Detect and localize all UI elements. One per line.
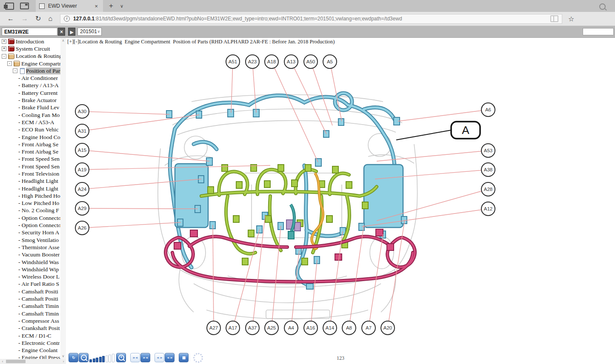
tree-item-label[interactable]: - Front Speed Sen [18,156,60,162]
tree-item-label[interactable]: - Camshaft Positi [18,296,58,302]
tree-item-label[interactable]: - Front Airbag Se [18,148,58,155]
collapse-icon[interactable]: - [13,68,17,73]
callout-A7[interactable]: A7 [362,321,375,335]
tree-item[interactable]: - ECM / D1-C [0,332,66,339]
tree-item-label[interactable]: - Option Connecto [18,215,61,222]
callout-A26[interactable]: A26 [75,221,89,235]
next-page-button[interactable]: « » [165,353,174,362]
tree-item-label[interactable]: - Camshaft Positi [18,288,58,295]
tree-item[interactable]: - Windshield Was [0,259,66,266]
tree-item-label[interactable]: - No. 2 Cooling F [18,207,59,214]
back-button[interactable]: ← [7,15,14,22]
scroll-down-icon[interactable]: ∨ [60,353,66,359]
tree-item[interactable]: - Air Fuel Ratio S [0,281,66,288]
tree-item-label[interactable]: - High Pitched Ho [18,193,60,199]
tree-item-label[interactable]: - Front Television [18,171,59,177]
callout-A18[interactable]: A18 [265,55,278,68]
tree-item-label[interactable]: - Brake Actuator [18,97,57,104]
collapse-icon[interactable]: - [2,54,6,59]
tree-item-label[interactable]: - Windshield Was [18,259,59,266]
callout-A17[interactable]: A17 [226,321,240,335]
tree-item[interactable]: - ECO Run Vehic [0,126,66,134]
tree-item-label[interactable]: - Headlight Light [18,178,58,185]
url-text[interactable]: 127.0.0.1:81/td/td3ewd/pgm/standaloneEWD… [73,16,402,22]
callout-A53[interactable]: A53 [481,144,495,157]
expand-icon[interactable]: + [2,46,6,51]
address-bar[interactable]: i 127.0.0.1:81/td/td3ewd/pgm/standaloneE… [60,14,562,24]
prev-page-button[interactable]: « » [154,353,164,362]
tree-item-label[interactable]: - Camshaft Timin [18,303,59,310]
tree-item[interactable]: - ECM / A53-A [0,119,66,126]
tree-item[interactable]: - Camshaft Timin [0,303,66,310]
zoom-in-button[interactable]: + [116,353,126,362]
tree-item[interactable]: - Engine Coolant [0,347,66,354]
tree-item[interactable]: - Option Connecto [0,214,66,222]
scroll-right-icon[interactable]: › [61,359,66,364]
tree-item[interactable]: - Headlight Light [0,185,66,192]
tree-item-label[interactable]: - Brake Fluid Lev [18,104,59,111]
callout-A31[interactable]: A31 [75,124,89,138]
tree-item[interactable]: - Air Conditioner [0,74,66,82]
scroll-up-icon[interactable]: ∧ [60,38,66,43]
tree-item[interactable]: - Smog Ventilatio [0,236,66,244]
tree-item-label[interactable]: System Circuit [16,46,50,52]
tree-item-label[interactable]: Location & Routing [16,53,62,60]
tree-item[interactable]: - Front Television [0,170,66,177]
tree-item[interactable]: - Brake Fluid Lev [0,104,66,111]
tree-item[interactable]: - Windshield Wip [0,266,66,273]
browser-tab[interactable]: EWD Viewer × [36,0,103,12]
tree-item[interactable]: - Brake Actuator [0,97,66,104]
callout-A19[interactable]: A19 [75,163,89,176]
tree-item[interactable]: - Camshaft Timin [0,310,66,317]
callout-A28[interactable]: A28 [481,182,495,196]
prev-match-button[interactable]: » « [130,353,140,362]
callout-A15[interactable]: A15 [75,143,89,157]
callout-A30[interactable]: A30 [75,105,89,118]
callout-A14[interactable]: A14 [323,321,337,335]
tree-item[interactable]: - Battery / A13-A [0,82,66,89]
tree-item-label[interactable]: - Compressor Ass [18,318,59,324]
tree-item[interactable]: - Security Horn A [0,229,66,236]
tree-item-label[interactable]: - Engine Hood Co [18,134,60,141]
callout-A50[interactable]: A50 [304,55,318,68]
search-field[interactable] [583,28,614,35]
refresh-button[interactable]: ↻ [35,15,41,22]
tree-item[interactable]: - Engine Hood Co [0,134,66,141]
stop-button[interactable]: ■ [179,353,189,362]
tree-item-label[interactable]: Position of Parts [26,68,64,74]
next-match-button[interactable]: » « [140,353,150,362]
tree-item-label[interactable]: - Windshield Wip [18,266,59,273]
callout-A5[interactable]: A5 [323,55,337,68]
tree-horizontal-scrollbar[interactable]: ‹ › [0,359,66,364]
tabs-menu-chevron-icon[interactable]: ∨ [120,3,123,9]
tab-preview-icon[interactable] [20,3,29,9]
site-info-icon[interactable]: i [64,16,70,22]
tree-item-label[interactable]: - ECM / D1-C [18,333,51,339]
tree-item[interactable]: -Engine Compartment [0,60,66,67]
callout-A25[interactable]: A25 [265,321,278,335]
tree-item-label[interactable]: - Air Conditioner [18,75,58,82]
tree-item[interactable]: - Camshaft Positi [0,295,66,302]
callout-A38[interactable]: A38 [481,163,495,176]
tree-item[interactable]: - Camshaft Positi [0,288,66,295]
favorites-star-icon[interactable]: ☆ [568,15,574,23]
callout-A8[interactable]: A8 [342,321,356,335]
tree-item-label[interactable]: - Thermistor Asse [18,244,60,251]
tree-item[interactable]: - Option Connecto [0,222,66,229]
home-button[interactable]: ⌂ [48,15,52,22]
callout-A24[interactable]: A24 [75,182,89,196]
callout-A12[interactable]: A12 [481,202,495,216]
tree-item-label[interactable]: - Security Horn A [18,229,59,236]
tree-item[interactable]: - Front Speed Sen [0,156,66,163]
set-tabs-aside-icon[interactable] [5,3,14,10]
tree-item-label[interactable]: - Smog Ventilatio [18,237,59,244]
refresh-view-button[interactable]: ↻ [69,353,78,362]
scrollbar-thumb[interactable] [6,360,26,363]
pub-close-button[interactable]: × [58,28,65,36]
tree-item[interactable]: - Low Pitched Ho [0,200,66,207]
tree-item[interactable]: +Introduction [0,38,66,45]
tree-item[interactable]: - Headlight Light [0,178,66,185]
tree-item-label[interactable]: - Option Connecto [18,222,61,229]
tree-item-label[interactable]: - ECM / A53-A [18,119,54,126]
tree-item-label[interactable]: - Cooling Fan Mo [18,112,60,119]
